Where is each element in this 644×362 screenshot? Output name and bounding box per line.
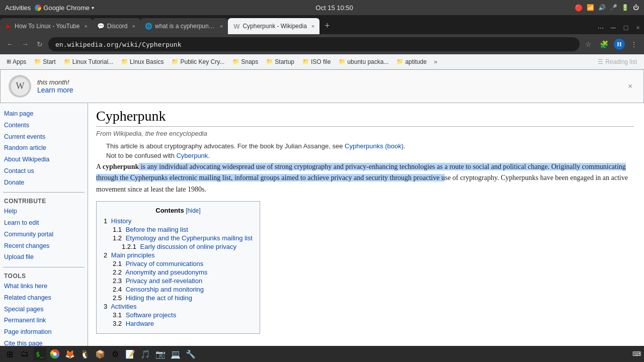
tab-wikipedia[interactable]: W Cypherpunk - Wikipedia × <box>228 18 319 34</box>
back-button[interactable]: ← <box>4 39 16 50</box>
sidebar-link-contents[interactable]: Contents <box>3 120 85 131</box>
toc-link-software[interactable]: Software projects <box>126 311 176 319</box>
taskbar-chrome[interactable] <box>48 347 61 360</box>
taskbar-terminal[interactable]: $_ <box>33 347 46 360</box>
svg-text:W: W <box>16 81 24 91</box>
bookmark-public-key[interactable]: 📁 Public Key Cry... <box>168 57 228 66</box>
bookmarks-bar: ⊞ Apps 📁 Start 📁 Linux Tutorial... 📁 Lin… <box>0 54 644 69</box>
sidebar-tools-heading: Tools <box>3 270 85 281</box>
bookmark-linux-tutorial[interactable]: 📁 Linux Tutorial... <box>60 57 117 66</box>
bookmark-start[interactable]: 📁 Start <box>31 57 59 66</box>
sidebar-link-recent-changes[interactable]: Recent changes <box>3 240 85 252</box>
minimize-button[interactable]: ─ <box>607 22 620 34</box>
sidebar-link-special-pages[interactable]: Special pages <box>3 304 85 315</box>
reading-list-button[interactable]: ☰ Reading list <box>594 56 641 67</box>
taskbar-files[interactable]: 🗂 <box>18 347 31 360</box>
sidebar-link-what-links[interactable]: What links here <box>3 281 85 292</box>
sidebar-link-community-portal[interactable]: Community portal <box>3 229 85 240</box>
bookmark-ubuntu[interactable]: 📁 ubuntu packa... <box>335 57 392 66</box>
tab-wikipedia-close[interactable]: × <box>311 23 314 29</box>
sidebar-link-learn-to-edit[interactable]: Learn to edit <box>3 217 85 229</box>
toc-num-2-5: 2.5 <box>113 294 122 302</box>
sidebar-link-current-events[interactable]: Current events <box>3 131 85 143</box>
sidebar-link-donate[interactable]: Donate <box>3 177 85 189</box>
sidebar-link-upload-file[interactable]: Upload file <box>3 251 85 263</box>
tab-google-close[interactable]: × <box>220 23 223 29</box>
toc-link-before-mailing[interactable]: Before the mailing list <box>126 226 188 233</box>
sidebar-contribute-heading: Contribute <box>3 196 85 206</box>
toc-link-early-discussion[interactable]: Early discussion of online privacy <box>140 243 236 250</box>
sidebar-link-random-article[interactable]: Random article <box>3 142 85 154</box>
taskbar-media[interactable]: 🎵 <box>139 347 152 360</box>
close-button[interactable]: × <box>632 22 644 34</box>
ubuntu-bookmark-icon: 📁 <box>339 58 346 65</box>
sidebar-link-permanent-link[interactable]: Permanent link <box>3 315 85 326</box>
bookmark-startup-label: Startup <box>275 58 294 65</box>
toc-item-2-5: 2.5 Hiding the act of hiding <box>104 294 253 302</box>
toc-toggle-link[interactable]: [hide] <box>186 207 200 214</box>
tab-youtube[interactable]: ▶ How To Linux - YouTube × <box>0 18 93 34</box>
profile-icon[interactable]: H <box>614 39 625 50</box>
cypherpunks-book-link[interactable]: Cypherpunks (book) <box>345 142 404 150</box>
taskbar-firefox[interactable]: 🦊 <box>63 347 76 360</box>
new-tab-button[interactable]: + <box>319 18 335 34</box>
taskbar-app-grid[interactable]: ⊞ <box>3 347 16 360</box>
tab-discord[interactable]: 💬 Discord × <box>93 18 140 34</box>
toc-link-anonymity[interactable]: Anonymity and pseudonyms <box>125 268 207 276</box>
toc-link-hardware[interactable]: Hardware <box>126 320 154 327</box>
url-input[interactable] <box>48 37 580 51</box>
sidebar-link-about[interactable]: About Wikipedia <box>3 154 85 165</box>
bookmarks-more-button[interactable]: » <box>431 57 440 66</box>
activities-button[interactable]: Activities <box>5 4 31 12</box>
taskbar-package[interactable]: 📦 <box>94 347 107 360</box>
bookmark-aptitude[interactable]: 📁 aptitude <box>393 57 430 66</box>
content-area: Main page Contents Current events Random… <box>0 103 644 362</box>
bookmark-startup[interactable]: 📁 Startup <box>263 57 298 66</box>
banner-close-button[interactable]: × <box>625 81 635 92</box>
bookmark-apps[interactable]: ⊞ Apps <box>3 57 30 66</box>
sidebar-link-related-changes[interactable]: Related changes <box>3 292 85 304</box>
sidebar-contribute-section: Contribute Help Learn to edit Community … <box>3 196 85 263</box>
bookmark-snaps[interactable]: 📁 Snaps <box>229 57 262 66</box>
menu-button[interactable]: ⋮ <box>628 39 640 50</box>
cyberpunk-link[interactable]: Cyberpunk <box>176 152 208 159</box>
address-bar: ← → ↻ ☆ 🧩 H ⋮ <box>0 34 644 54</box>
maximize-button[interactable]: □ <box>620 22 632 34</box>
toc-link-etymology[interactable]: Etymology and the Cypherpunks mailing li… <box>126 234 253 242</box>
toc-link-privacy-comms[interactable]: Privacy of communications <box>126 260 204 267</box>
extensions-icon[interactable]: 🧩 <box>597 39 611 50</box>
taskbar-linux-app[interactable]: 🐧 <box>78 347 92 360</box>
toc-link-history[interactable]: History <box>111 217 131 225</box>
sidebar-link-main-page[interactable]: Main page <box>3 108 85 120</box>
toc-link-activities[interactable]: Activities <box>111 303 136 310</box>
tab-expand-button[interactable]: ⋯ <box>595 23 607 34</box>
taskbar-text-editor[interactable]: 📝 <box>124 347 137 360</box>
bookmark-iso[interactable]: 📁 ISO file <box>299 57 334 66</box>
bookmark-linux-basics[interactable]: 📁 Linux Basics <box>118 57 167 66</box>
forward-button[interactable]: → <box>19 39 31 50</box>
toc-item-2-1: 2.1 Privacy of communications <box>104 260 253 267</box>
reading-list-icon: ☰ <box>598 58 603 65</box>
article-intro: A cypherpunk is any individual advocatin… <box>96 161 634 195</box>
toc-link-main-principles[interactable]: Main principles <box>111 251 155 259</box>
taskbar-camera[interactable]: 📷 <box>154 347 167 360</box>
sidebar-link-help[interactable]: Help <box>3 206 85 217</box>
sidebar-link-page-info[interactable]: Page information <box>3 326 85 338</box>
article-subtitle: From Wikipedia, the free encyclopedia <box>96 130 634 137</box>
tab-google[interactable]: 🌐 what is a cypherpunk - Go... × <box>140 18 228 34</box>
taskbar-tool[interactable]: 🔧 <box>184 347 197 360</box>
learn-more-link[interactable]: Learn more <box>37 86 73 94</box>
taskbar-monitor[interactable]: 💻 <box>169 347 182 360</box>
tab-discord-close[interactable]: × <box>132 23 135 29</box>
toc-link-hiding[interactable]: Hiding the act of hiding <box>126 294 192 302</box>
toc-link-censorship[interactable]: Censorship and monitoring <box>126 286 204 293</box>
youtube-favicon: ▶ <box>5 23 12 30</box>
bookmark-star-icon[interactable]: ☆ <box>583 39 594 50</box>
browser-chrome: ▶ How To Linux - YouTube × 💬 Discord × 🌐… <box>0 15 644 69</box>
toc-link-privacy-self[interactable]: Privacy and self-revelation <box>126 277 202 285</box>
start-bookmark-icon: 📁 <box>34 58 41 65</box>
taskbar-settings[interactable]: ⚙ <box>109 347 122 360</box>
tab-youtube-close[interactable]: × <box>84 23 87 29</box>
reload-button[interactable]: ↻ <box>34 39 45 50</box>
sidebar-link-contact[interactable]: Contact us <box>3 165 85 177</box>
